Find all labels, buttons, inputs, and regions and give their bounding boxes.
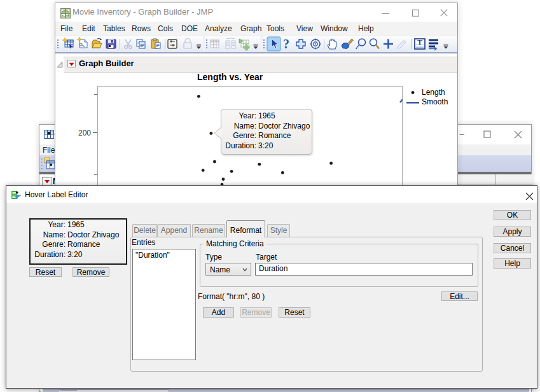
svg-text:?: ? — [283, 37, 289, 51]
svg-text:T: T — [417, 38, 422, 46]
